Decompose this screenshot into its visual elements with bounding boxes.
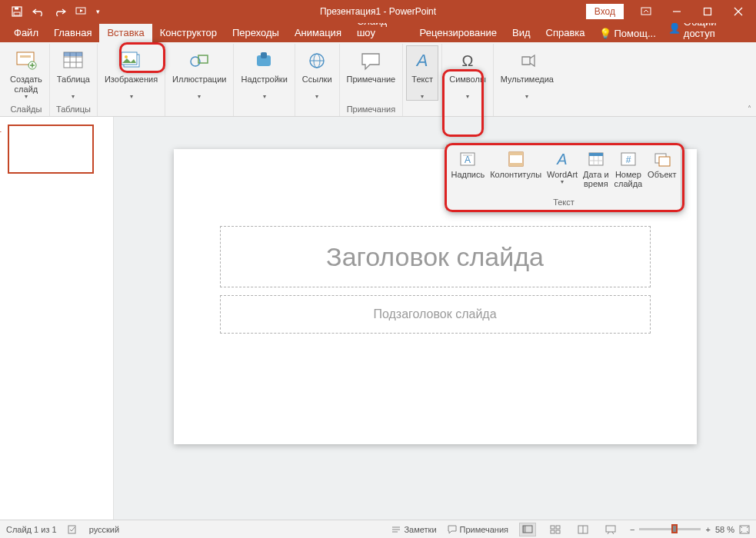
- svg-rect-26: [261, 52, 267, 58]
- status-bar: Слайд 1 из 1 русский Заметки Примечания …: [0, 520, 756, 538]
- textbox-label: Надпись: [451, 170, 485, 179]
- slidenum-icon: #: [618, 150, 639, 168]
- tab-home[interactable]: Главная: [46, 24, 99, 42]
- group-label-comments: Примечания: [347, 104, 396, 116]
- collapse-ribbon-icon[interactable]: ˄: [748, 105, 751, 113]
- images-icon: [119, 48, 144, 73]
- zoom-out-icon[interactable]: −: [630, 525, 634, 534]
- tab-transitions[interactable]: Переходы: [225, 24, 287, 42]
- illustrations-button[interactable]: Иллюстрации: [168, 45, 230, 101]
- table-icon: [61, 48, 85, 73]
- tab-review[interactable]: Рецензирование: [412, 24, 505, 42]
- media-button[interactable]: Мультимедиа: [497, 45, 558, 101]
- zoom-slider[interactable]: [639, 528, 701, 530]
- svg-rect-2: [15, 8, 18, 10]
- object-icon: [651, 150, 673, 168]
- slide-counter[interactable]: Слайд 1 из 1: [6, 525, 57, 534]
- slide-thumbnail-1[interactable]: [8, 125, 94, 174]
- group-tables: Таблица Таблицы: [50, 44, 98, 116]
- zoom-level[interactable]: 58 %: [715, 525, 734, 534]
- svg-rect-53: [523, 526, 526, 533]
- tell-me[interactable]: 💡 Помощ...: [593, 28, 662, 42]
- group-symbols: Ω Символы: [442, 44, 494, 116]
- datetime-icon: [585, 150, 607, 168]
- text-popup-group-label: Текст: [447, 196, 681, 210]
- text-dropdown-popup: A Надпись Колонтитулы A WordArt ▾ Дата и…: [446, 144, 681, 211]
- ribbon-display-options-icon[interactable]: [631, 1, 661, 22]
- tab-file[interactable]: Файл: [6, 24, 46, 42]
- subtitle-placeholder[interactable]: Подзаголовок слайда: [220, 295, 651, 334]
- group-addins: Надстройки: [234, 44, 295, 116]
- svg-rect-56: [551, 530, 555, 533]
- svg-rect-19: [64, 52, 82, 56]
- addins-label: Надстройки: [241, 75, 287, 95]
- wordart-icon: A: [551, 150, 573, 168]
- symbols-button[interactable]: Ω Символы: [445, 45, 490, 101]
- group-label-tables: Таблицы: [56, 104, 91, 116]
- headerfooter-button[interactable]: Колонтитулы: [488, 148, 544, 181]
- new-slide-button[interactable]: Создать слайд: [6, 45, 46, 101]
- group-illustrations: Иллюстрации: [165, 44, 234, 116]
- headerfooter-label: Колонтитулы: [490, 170, 541, 179]
- text-icon: A: [410, 48, 435, 73]
- links-label: Ссылки: [302, 75, 332, 95]
- svg-text:A: A: [556, 151, 567, 168]
- links-button[interactable]: Ссылки: [298, 45, 336, 101]
- signin-button[interactable]: Вход: [586, 4, 624, 19]
- addins-button[interactable]: Надстройки: [237, 45, 291, 101]
- title-placeholder[interactable]: Заголовок слайда: [220, 226, 651, 287]
- save-icon[interactable]: [6, 1, 28, 22]
- qat-customize-icon[interactable]: ▾: [92, 1, 103, 22]
- group-comments: Примечание Примечания: [340, 44, 404, 116]
- svg-rect-40: [589, 153, 603, 156]
- datetime-button[interactable]: Дата и время: [581, 148, 611, 190]
- quick-access-toolbar: ▾: [0, 1, 103, 22]
- text-button[interactable]: A Текст: [406, 45, 438, 101]
- close-icon[interactable]: [724, 1, 753, 22]
- language-indicator[interactable]: русский: [89, 525, 119, 534]
- wordart-button[interactable]: A WordArt ▾: [545, 148, 580, 188]
- slide-thumbnails-panel: 1: [0, 117, 114, 520]
- normal-view-icon[interactable]: [519, 523, 536, 536]
- images-label: Изображения: [105, 75, 158, 95]
- new-slide-label: Создать слайд: [10, 75, 42, 95]
- textbox-button[interactable]: A Надпись: [448, 148, 487, 181]
- spellcheck-icon[interactable]: [68, 525, 78, 534]
- slidenum-button[interactable]: # Номер слайда: [611, 148, 644, 190]
- images-button[interactable]: Изображения: [101, 45, 162, 101]
- textbox-icon: A: [457, 150, 478, 168]
- tab-insert[interactable]: Вставка: [99, 24, 152, 42]
- maximize-icon[interactable]: [693, 1, 722, 22]
- illustrations-icon: [187, 48, 211, 73]
- tab-view[interactable]: Вид: [505, 24, 538, 42]
- tab-animations[interactable]: Анимация: [287, 24, 349, 42]
- tab-help[interactable]: Справка: [538, 24, 593, 42]
- svg-rect-55: [556, 526, 560, 529]
- comment-button[interactable]: Примечание: [343, 45, 400, 95]
- svg-point-22: [125, 55, 128, 58]
- table-button[interactable]: Таблица: [53, 45, 94, 101]
- tab-design[interactable]: Конструктор: [152, 24, 225, 42]
- sorter-view-icon[interactable]: [547, 523, 564, 536]
- svg-text:#: #: [625, 154, 631, 165]
- redo-icon[interactable]: [49, 1, 71, 22]
- group-label-slides: Слайды: [10, 104, 42, 116]
- svg-rect-60: [606, 526, 615, 532]
- object-label: Объект: [648, 170, 676, 179]
- svg-rect-36: [509, 152, 523, 155]
- notes-button[interactable]: Заметки: [391, 525, 436, 534]
- share-icon: 👤: [668, 22, 681, 34]
- start-from-beginning-icon[interactable]: [71, 1, 92, 22]
- zoom-in-icon[interactable]: +: [705, 525, 710, 534]
- minimize-icon[interactable]: [662, 1, 691, 22]
- object-button[interactable]: Объект: [645, 148, 678, 181]
- illustrations-label: Иллюстрации: [172, 75, 226, 95]
- group-links: Ссылки: [295, 44, 340, 116]
- fit-to-window-icon[interactable]: [739, 525, 750, 534]
- svg-text:A: A: [415, 51, 428, 70]
- undo-icon[interactable]: [28, 1, 49, 22]
- group-media: Мультимедиа: [494, 44, 561, 116]
- comments-button[interactable]: Примечания: [448, 525, 509, 534]
- reading-view-icon[interactable]: [574, 523, 591, 536]
- slideshow-view-icon[interactable]: [602, 523, 619, 536]
